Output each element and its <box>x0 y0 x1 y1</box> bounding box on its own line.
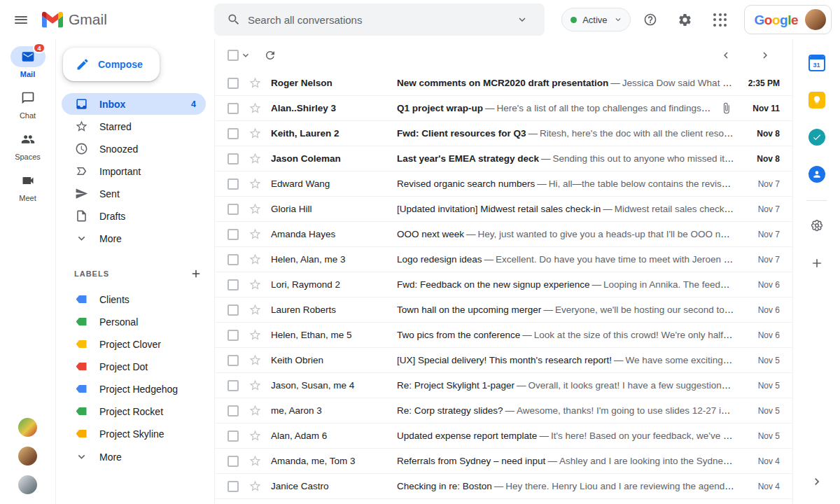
search-icon[interactable] <box>220 6 248 34</box>
settings-button[interactable] <box>670 4 701 35</box>
email-row[interactable]: Jason Coleman Last year's EMEA strategy … <box>215 146 792 172</box>
calendar-icon[interactable]: 31 <box>803 49 831 77</box>
sidebar-label-project-clover[interactable]: Project Clover <box>62 333 206 355</box>
tasks-icon[interactable] <box>803 123 831 151</box>
star-icon[interactable] <box>248 354 262 367</box>
gmail-logo[interactable]: Gmail <box>38 8 111 31</box>
older-page-button[interactable] <box>753 43 777 67</box>
row-checkbox[interactable] <box>227 330 239 341</box>
sidebar-item-snoozed[interactable]: Snoozed <box>62 138 206 160</box>
sidebar-item-sent[interactable]: Sent <box>62 183 206 204</box>
star-icon[interactable] <box>248 379 262 392</box>
star-icon[interactable] <box>248 278 262 291</box>
star-icon[interactable] <box>248 303 262 316</box>
row-checkbox[interactable] <box>227 204 239 215</box>
email-row[interactable]: Edward Wang Revised organic search numbe… <box>215 172 792 197</box>
email-row[interactable]: me, Aaron 3 Re: Corp strategy slides?—Aw… <box>215 398 792 424</box>
create-label-button[interactable] <box>188 265 204 282</box>
row-checkbox[interactable] <box>227 229 239 240</box>
main-menu-button[interactable] <box>6 4 36 35</box>
row-checkbox[interactable] <box>227 153 239 164</box>
sidebar-label-project-dot[interactable]: Project Dot <box>62 356 206 377</box>
rail-item-meet[interactable]: Meet <box>6 170 50 202</box>
sidebar-label-project-hedgehog[interactable]: Project Hedgehog <box>62 378 206 400</box>
email-row[interactable]: Lori, Raymond 2 Fwd: Feedback on the new… <box>215 272 792 298</box>
email-row[interactable]: Helen, Alan, me 3 Logo redesign ideas—Ex… <box>215 247 792 272</box>
star-icon[interactable] <box>248 404 262 417</box>
newer-page-button[interactable] <box>714 43 738 67</box>
keep-icon[interactable] <box>803 86 831 114</box>
email-row[interactable]: Alan..Shirley 3 Q1 project wrap-up—Here'… <box>215 96 792 121</box>
workspace-avatar[interactable] <box>18 418 37 437</box>
email-row[interactable]: Keith, Lauren 2 Fwd: Client resources fo… <box>215 121 792 146</box>
email-row[interactable]: Alan, Adam 6 Updated expense report temp… <box>215 424 792 449</box>
rail-item-mail[interactable]: 4Mail <box>6 46 50 78</box>
compose-button[interactable]: Compose <box>63 48 160 81</box>
email-date: Nov 8 <box>743 154 780 164</box>
row-checkbox[interactable] <box>227 456 239 467</box>
star-icon[interactable] <box>248 177 262 190</box>
star-icon[interactable] <box>248 429 262 442</box>
sidebar-item-important[interactable]: Important <box>62 160 206 182</box>
email-row[interactable]: Jason, Susan, me 4 Re: Project Skylight … <box>215 373 792 398</box>
star-icon[interactable] <box>248 152 262 165</box>
search-dropdown-caret-icon[interactable] <box>508 6 536 34</box>
star-icon[interactable] <box>248 328 262 342</box>
select-all-checkbox[interactable] <box>227 50 239 61</box>
email-row[interactable]: Amanda, me, Tom 3 Referrals from Sydney … <box>215 449 792 474</box>
refresh-button[interactable] <box>258 43 282 67</box>
status-chip[interactable]: Active <box>561 8 630 31</box>
row-checkbox[interactable] <box>227 103 239 114</box>
star-icon[interactable] <box>248 76 262 90</box>
sidebar-item-inbox[interactable]: Inbox4 <box>62 93 206 115</box>
apps-grid-button[interactable] <box>705 4 736 35</box>
row-checkbox[interactable] <box>227 128 239 139</box>
row-checkbox[interactable] <box>227 78 239 89</box>
sidebar-label-project-rocket[interactable]: Project Rocket <box>62 400 206 422</box>
sidebar-item-starred[interactable]: Starred <box>62 115 206 137</box>
get-addons-button[interactable] <box>803 249 831 277</box>
show-side-panel-button[interactable] <box>804 469 830 494</box>
row-checkbox[interactable] <box>227 380 239 391</box>
rail-item-spaces[interactable]: Spaces <box>6 129 50 161</box>
help-button[interactable] <box>635 4 666 35</box>
row-checkbox[interactable] <box>227 355 239 366</box>
star-icon[interactable] <box>248 102 262 115</box>
email-row[interactable]: Keith Obrien [UX] Special delivery! This… <box>215 348 792 373</box>
sidebar-item-more[interactable]: More <box>62 227 206 249</box>
row-checkbox[interactable] <box>227 279 239 290</box>
search-bar[interactable] <box>214 4 545 36</box>
addon-icon[interactable] <box>803 212 831 240</box>
email-row[interactable]: Helen, Ethan, me 5 Two pics from the con… <box>215 323 792 348</box>
email-row[interactable]: Lauren Roberts Town hall on the upcoming… <box>215 298 792 323</box>
contact-avatar-1[interactable] <box>18 447 37 465</box>
star-icon[interactable] <box>248 454 262 468</box>
star-icon[interactable] <box>248 479 262 493</box>
sidebar-item-more-labels[interactable]: More <box>62 446 206 468</box>
sidebar-label-personal[interactable]: Personal <box>62 311 206 332</box>
row-checkbox[interactable] <box>227 254 239 265</box>
profile-avatar[interactable] <box>805 9 826 30</box>
sidebar-label-project-skyline[interactable]: Project Skyline <box>62 423 206 444</box>
star-icon[interactable] <box>248 253 262 266</box>
row-checkbox[interactable] <box>227 178 239 190</box>
row-checkbox[interactable] <box>227 304 239 316</box>
row-checkbox[interactable] <box>227 430 239 442</box>
row-checkbox[interactable] <box>227 481 239 492</box>
email-row[interactable]: Gloria Hill [Updated invitation] Midwest… <box>215 197 792 222</box>
email-row[interactable]: Roger Nelson New comments on MCR2020 dra… <box>215 71 792 96</box>
star-icon[interactable] <box>248 202 262 216</box>
select-dropdown-caret[interactable] <box>240 50 251 61</box>
star-icon[interactable] <box>248 127 262 140</box>
email-row[interactable]: Janice Castro Checking in re: Boston—Hey… <box>215 474 792 499</box>
contact-avatar-2[interactable] <box>18 475 37 494</box>
email-row[interactable]: Amanda Hayes OOO next week—Hey, just wan… <box>215 222 792 247</box>
sidebar-item-drafts[interactable]: Drafts <box>62 205 206 227</box>
row-checkbox[interactable] <box>227 405 239 416</box>
rail-item-chat[interactable]: Chat <box>6 88 50 120</box>
google-account-box[interactable]: Google <box>744 5 832 34</box>
contacts-icon[interactable] <box>803 160 831 188</box>
star-icon[interactable] <box>248 227 262 241</box>
search-input[interactable] <box>248 14 508 26</box>
sidebar-label-clients[interactable]: Clients <box>62 288 206 310</box>
